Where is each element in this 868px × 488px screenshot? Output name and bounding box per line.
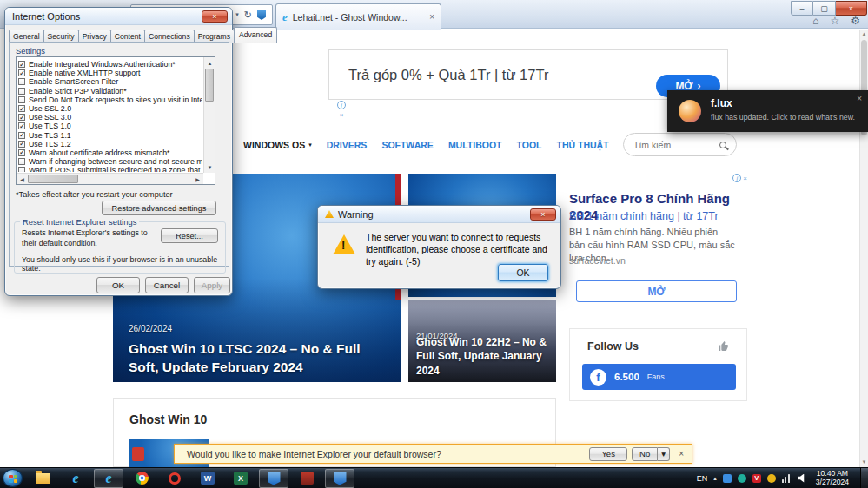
tray-app-icon[interactable] [738,474,746,483]
taskbar-red-app[interactable] [292,469,321,488]
minimize-button[interactable]: – [791,1,813,16]
taskbar-internet-explorer-open[interactable]: e [94,469,123,488]
ad-info-icon[interactable]: i [337,101,346,109]
featured-post-bottom-right[interactable]: 21/01/2024 Ghost Win 10 22H2 – No & Full… [408,300,556,382]
tab-connections[interactable]: Connections [144,30,195,43]
no-dropdown-icon[interactable]: ▾ [658,447,670,461]
setting-row[interactable]: Warn if changing between secure and not … [18,157,202,166]
scroll-right-icon[interactable]: ▶ [192,174,203,185]
nav-item-multiboot[interactable]: MULTIBOOT [448,140,502,150]
hidden-icons-arrow[interactable]: ▴ [713,475,717,482]
no-button[interactable]: No [632,447,658,461]
setting-row[interactable]: Use TLS 1.0 [18,122,202,130]
apply-button[interactable]: Apply [194,277,230,293]
tab-programs[interactable]: Programs [194,30,235,43]
unikey-icon[interactable]: V [752,474,761,483]
scroll-down-icon[interactable]: ▼ [204,162,215,173]
flux-close-icon[interactable]: × [857,94,862,103]
tab-general[interactable]: General [9,30,44,43]
taskbar-opera[interactable] [160,469,189,488]
post-title[interactable]: Ghost Win 10 LTSC 2024 – No & Full Soft,… [129,340,386,377]
tray-app-icon[interactable] [723,474,732,483]
nav-item-windows-os[interactable]: WINDOWS OS ▾ [243,140,312,150]
taskbar-word[interactable]: W [193,469,222,488]
checkbox[interactable] [18,122,25,129]
checkbox[interactable] [18,167,25,172]
setting-row[interactable]: Use SSL 2.0 [18,104,202,113]
restore-advanced-settings-button[interactable]: Restore advanced settings [102,201,216,215]
tab-content[interactable]: Content [110,30,145,43]
refresh-icon[interactable]: ↻ [244,10,252,20]
bar-close-icon[interactable]: × [679,449,684,458]
nav-item-software[interactable]: SOFTWARE [381,140,434,150]
taskbar-shield-app[interactable] [259,469,288,488]
internet-options-titlebar[interactable]: Internet Options [5,8,232,25]
checkbox[interactable] [18,88,25,95]
site-search[interactable] [623,133,737,156]
checkbox[interactable] [18,141,25,148]
setting-row[interactable]: Warn if POST submittal is redirected to … [18,166,202,172]
sidebar-ad[interactable]: i × Surface Pro 8 Chính Hãng 2024 BH 1 n… [569,172,747,313]
search-dropdown-icon[interactable]: ▾ [235,11,239,18]
tab-advanced[interactable]: Advanced [234,27,277,43]
scroll-up-icon[interactable]: ▲ [204,57,215,69]
taskbar-explorer[interactable] [28,469,57,488]
tools-gear-icon[interactable]: ⚙ [851,16,860,26]
tab-security[interactable]: Security [43,30,79,43]
search-input[interactable] [633,140,719,150]
tab-privacy[interactable]: Privacy [78,30,111,43]
favorites-star-icon[interactable]: ☆ [830,16,839,26]
nav-item-drivers[interactable]: DRIVERS [327,140,368,150]
checkbox[interactable] [18,158,25,165]
section-title[interactable]: Ghost Win 10 [129,412,207,426]
setting-row[interactable]: Send Do Not Track requests to sites you … [18,96,202,104]
warning-close-button[interactable]: × [530,208,556,221]
warning-dialog-titlebar[interactable]: Warning [318,206,560,223]
ok-button[interactable]: OK [96,277,140,293]
tray-app-icon[interactable] [767,474,776,483]
checkbox[interactable] [18,61,25,68]
scroll-left-icon[interactable]: ◀ [17,174,28,185]
ad-close-icon[interactable]: × [743,175,747,182]
reset-button[interactable]: Reset... [161,228,218,243]
close-button[interactable]: × [836,1,867,16]
ad-info-icon[interactable]: i [732,174,741,182]
tab-close-icon[interactable]: × [429,12,434,22]
post-title[interactable]: Ghost Win 10 22H2 – No & Full Soft, Upda… [416,335,550,379]
setting-row[interactable]: Use TLS 1.1 [18,131,202,140]
setting-row[interactable]: Enable SmartScreen Filter [18,77,202,86]
ad-open-button[interactable]: MỞ [576,280,737,302]
scrollbar-thumb[interactable] [28,175,78,183]
ad-close-icon[interactable]: × [340,111,344,119]
setting-row[interactable]: Enable Integrated Windows Authentication… [18,60,202,69]
setting-row[interactable]: Use SSL 3.0 [18,113,202,122]
internet-options-close-button[interactable]: × [202,10,228,23]
cancel-button[interactable]: Cancel [145,277,189,293]
taskbar-shield-app-2[interactable] [325,469,354,488]
checkbox[interactable] [18,114,25,121]
network-icon[interactable] [782,474,792,483]
taskbar-excel[interactable]: X [226,469,255,488]
checkbox[interactable] [18,149,25,156]
checkbox[interactable] [18,78,25,85]
flux-notification[interactable]: f.lux flux has updated. Click to read wh… [667,90,868,132]
setting-row[interactable]: Use TLS 1.2 [18,140,202,148]
checkbox[interactable] [18,69,25,76]
volume-icon[interactable] [798,474,806,483]
language-indicator[interactable]: EN [697,474,708,483]
vertical-scrollbar[interactable]: ▲ ▼ [203,57,215,173]
show-desktop-button[interactable] [860,468,868,488]
search-icon[interactable] [719,142,726,148]
scroll-down-icon[interactable]: ▼ [860,458,868,467]
setting-row[interactable]: Enable native XMLHTTP support [18,69,202,77]
setting-row[interactable]: Enable Strict P3P Validation* [18,87,202,96]
nav-item-thu-thuat[interactable]: THỦ THUẬT [557,140,609,150]
taskbar-internet-explorer[interactable]: e [61,469,90,488]
taskbar-clock[interactable]: 10:40 AM 3/27/2024 [816,470,849,486]
checkbox[interactable] [18,132,25,139]
start-button[interactable] [3,469,23,487]
browser-tab[interactable]: e Lehait.net - Ghost Window... × [275,3,441,30]
horizontal-scrollbar[interactable]: ◀ ▶ [17,173,203,184]
facebook-fans-button[interactable]: f 6.500 Fans [582,364,736,390]
nav-item-tool[interactable]: TOOL [517,140,542,150]
